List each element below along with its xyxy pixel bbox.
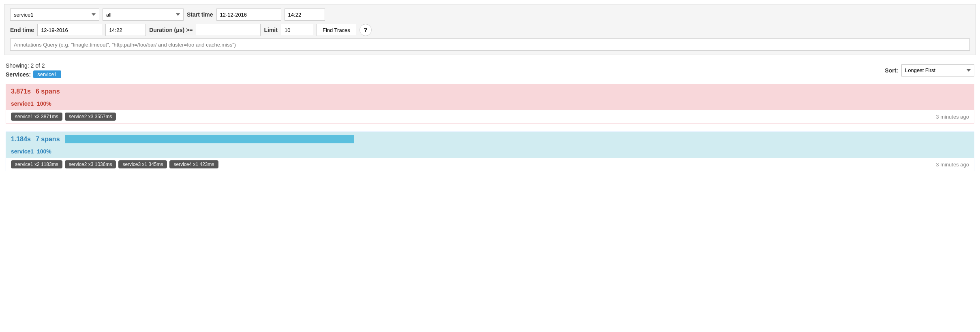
results-header: Showing: 2 of 2 Services: service1 Sort:… [0, 59, 980, 80]
trace-card-2[interactable]: 1.184s 7 spans service1 100% service1 x2… [6, 132, 974, 171]
sort-select[interactable]: Longest First Shortest First Newest Firs… [901, 64, 974, 77]
start-date-input[interactable]: 12-12-2016 [216, 9, 281, 21]
operation-select[interactable]: all op1 op2 [103, 9, 184, 21]
results-left: Showing: 2 of 2 Services: service1 [6, 62, 61, 78]
trace-service-name-1: service1 [11, 100, 34, 107]
duration-label: Duration (μs) >= [149, 27, 193, 33]
trace-time-2: 3 minutes ago [936, 162, 969, 168]
end-time-label: End time [10, 27, 34, 33]
service-filter-badge[interactable]: service1 [33, 70, 61, 78]
sort-row: Sort: Longest First Shortest First Newes… [885, 64, 974, 77]
sort-label: Sort: [885, 67, 898, 74]
trace-bar-container-2 [65, 135, 969, 143]
trace-tag-2-2: service2 x3 1036ms [65, 160, 116, 168]
trace-tag-2-3: service3 x1 345ms [118, 160, 167, 168]
showing-text: Showing: 2 of 2 [6, 62, 61, 69]
trace-tags-1: service1 x3 3871ms service2 x3 3557ms [11, 113, 116, 121]
traces-container: 3.871s 6 spans service1 100% service1 x3… [0, 80, 980, 175]
trace-footer-1: service1 x3 3871ms service2 x3 3557ms 3 … [6, 110, 974, 123]
annotations-input[interactable] [10, 38, 970, 51]
help-button[interactable]: ? [359, 24, 372, 36]
trace-duration-row-2: 1.184s 7 spans [6, 132, 974, 147]
trace-duration-row-1: 3.871s 6 spans [6, 84, 974, 99]
trace-tags-2: service1 x2 1183ms service2 x3 1036ms se… [11, 160, 218, 168]
limit-label: Limit [264, 27, 277, 33]
trace-tag-1-2: service2 x3 3557ms [65, 113, 116, 121]
trace-tag-2-4: service4 x1 423ms [169, 160, 218, 168]
trace-time-1: 3 minutes ago [936, 114, 969, 120]
duration-input[interactable] [196, 24, 261, 36]
start-time-label: Start time [187, 11, 213, 18]
top-panel: service1 service2 service3 all op1 op2 S… [0, 4, 980, 80]
search-row-1: service1 service2 service3 all op1 op2 S… [10, 9, 970, 21]
end-date-input[interactable]: 12-19-2016 [37, 24, 102, 36]
trace-service-pct-2: 100% [35, 148, 51, 155]
trace-card-1[interactable]: 3.871s 6 spans service1 100% service1 x3… [6, 84, 974, 123]
service-select[interactable]: service1 service2 service3 [10, 9, 99, 21]
services-row: Services: service1 [6, 70, 61, 78]
trace-duration-1: 3.871s [11, 88, 31, 95]
trace-service-name-2: service1 [11, 148, 34, 155]
trace-bar-container-1 [65, 87, 969, 96]
trace-spans-1: 6 spans [36, 88, 60, 95]
trace-tag-1-1: service1 x3 3871ms [11, 113, 62, 121]
find-traces-button[interactable]: Find Traces [317, 24, 356, 36]
trace-bar-2 [65, 135, 354, 143]
start-time-input[interactable]: 14:22 [285, 9, 325, 21]
end-time-input[interactable]: 14:22 [105, 24, 146, 36]
search-row-2: End time 12-19-2016 14:22 Duration (μs) … [10, 24, 970, 36]
annotations-row [10, 38, 970, 51]
trace-service-pct-1: 100% [35, 100, 51, 107]
trace-duration-2: 1.184s [11, 136, 31, 143]
trace-tag-2-1: service1 x2 1183ms [11, 160, 62, 168]
trace-bar-1 [65, 87, 969, 96]
trace-service-row-2: service1 100% [6, 147, 974, 158]
trace-service-row-1: service1 100% [6, 99, 974, 110]
trace-footer-2: service1 x2 1183ms service2 x3 1036ms se… [6, 158, 974, 171]
trace-spans-2: 7 spans [36, 136, 60, 143]
limit-input[interactable]: 10 [281, 24, 313, 36]
services-label: Services: [6, 71, 31, 78]
